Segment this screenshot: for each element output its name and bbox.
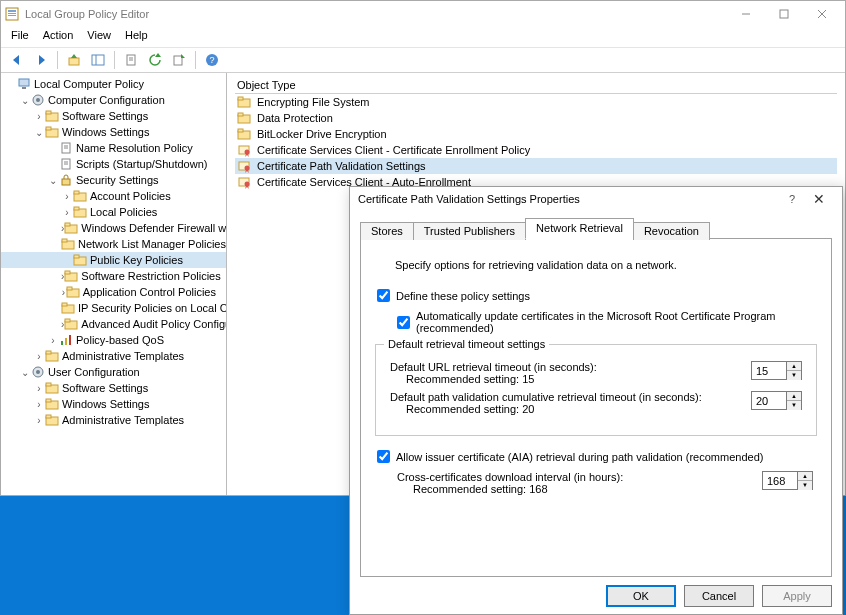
apply-button[interactable]: Apply: [762, 585, 832, 607]
tab-network-retrieval[interactable]: Network Retrieval: [525, 218, 634, 239]
list-item[interactable]: Data Protection: [235, 110, 837, 126]
svg-rect-1: [8, 10, 16, 12]
tree-item-icon: [64, 269, 78, 283]
tree-item-qos[interactable]: ›Policy-based QoS: [1, 332, 226, 348]
toolbar-exportlist[interactable]: [169, 50, 189, 70]
tree-item-compcfg[interactable]: ⌄Computer Configuration: [1, 92, 226, 108]
tree-item-root[interactable]: Local Computer Policy: [1, 76, 226, 92]
tree-item-label: Advanced Audit Policy Configuration: [81, 318, 227, 330]
svg-point-25: [36, 98, 40, 102]
twisty-icon[interactable]: ⌄: [19, 367, 31, 378]
list-item[interactable]: Certificate Path Validation Settings: [235, 158, 837, 174]
cross-cert-label: Cross-certificates download interval (in…: [397, 471, 762, 483]
tree-item-admintmpl_u[interactable]: ›Administrative Templates: [1, 412, 226, 428]
auto-update-checkbox[interactable]: [397, 316, 410, 329]
titlebar[interactable]: Local Group Policy Editor: [1, 1, 845, 27]
toolbar-properties[interactable]: [121, 50, 141, 70]
menu-help[interactable]: Help: [123, 27, 150, 47]
tree-item-acp[interactable]: ›Application Control Policies: [1, 284, 226, 300]
tree-item-swset_u[interactable]: ›Software Settings: [1, 380, 226, 396]
tree-item-aap[interactable]: ›Advanced Audit Policy Configuration: [1, 316, 226, 332]
tree-item-acctpol[interactable]: ›Account Policies: [1, 188, 226, 204]
twisty-icon[interactable]: ›: [33, 383, 45, 394]
toolbar-up[interactable]: [64, 50, 84, 70]
tree-item-swset_c[interactable]: ›Software Settings: [1, 108, 226, 124]
tree-item-icon: [45, 381, 59, 395]
twisty-icon[interactable]: ›: [33, 399, 45, 410]
cross-cert-spinner[interactable]: ▲▼: [762, 471, 813, 490]
minimize-button[interactable]: [727, 2, 765, 26]
tab-stores[interactable]: Stores: [360, 222, 414, 240]
twisty-icon[interactable]: ›: [47, 335, 59, 346]
url-timeout-up[interactable]: ▲: [787, 362, 801, 371]
url-timeout-spinner[interactable]: ▲▼: [751, 361, 802, 380]
dialog-close-button[interactable]: ✕: [804, 191, 834, 207]
svg-rect-59: [46, 351, 51, 354]
list-item-label: BitLocker Drive Encryption: [257, 128, 387, 140]
url-timeout-input[interactable]: [752, 365, 786, 377]
tree-item-fw[interactable]: ›Windows Defender Firewall with Advanced…: [1, 220, 226, 236]
twisty-icon[interactable]: ⌄: [47, 175, 59, 186]
toolbar-back[interactable]: [7, 50, 27, 70]
path-timeout-spinner[interactable]: ▲▼: [751, 391, 802, 410]
path-timeout-input[interactable]: [752, 395, 786, 407]
tree-item-nrp[interactable]: Name Resolution Policy: [1, 140, 226, 156]
twisty-icon[interactable]: ›: [33, 415, 45, 426]
tree-item-scripts[interactable]: Scripts (Startup/Shutdown): [1, 156, 226, 172]
cross-cert-input[interactable]: [763, 475, 797, 487]
list-item[interactable]: Certificate Services Client - Certificat…: [235, 142, 837, 158]
maximize-button[interactable]: [765, 2, 803, 26]
list-header[interactable]: Object Type: [235, 77, 837, 94]
ok-button[interactable]: OK: [606, 585, 676, 607]
tree-item-nlm[interactable]: Network List Manager Policies: [1, 236, 226, 252]
svg-marker-8: [13, 55, 19, 65]
cross-cert-up[interactable]: ▲: [798, 472, 812, 481]
dialog-titlebar[interactable]: Certificate Path Validation Settings Pro…: [350, 187, 842, 211]
svg-rect-38: [74, 191, 79, 194]
toolbar-help[interactable]: ?: [202, 50, 222, 70]
tree-view[interactable]: Local Computer Policy⌄Computer Configura…: [1, 73, 227, 495]
tree-item-label: Scripts (Startup/Shutdown): [76, 158, 207, 170]
menu-view[interactable]: View: [85, 27, 113, 47]
list-item-icon: [237, 95, 251, 109]
list-item[interactable]: BitLocker Drive Encryption: [235, 126, 837, 142]
tree-item-admintmpl_c[interactable]: ›Administrative Templates: [1, 348, 226, 364]
tree-item-icon: [59, 333, 73, 347]
tree-item-secset[interactable]: ⌄Security Settings: [1, 172, 226, 188]
tree-item-ipsec[interactable]: IP Security Policies on Local Computer: [1, 300, 226, 316]
path-timeout-recommended: Recommended setting: 20: [406, 403, 751, 415]
tree-item-label: Account Policies: [90, 190, 171, 202]
cancel-button[interactable]: Cancel: [684, 585, 754, 607]
list-item[interactable]: Encrypting File System: [235, 94, 837, 110]
close-button[interactable]: [803, 2, 841, 26]
svg-rect-54: [65, 319, 70, 322]
tree-item-srp[interactable]: ›Software Restriction Policies: [1, 268, 226, 284]
twisty-icon[interactable]: ›: [33, 111, 45, 122]
define-settings-checkbox[interactable]: [377, 289, 390, 302]
path-timeout-down[interactable]: ▼: [787, 401, 801, 410]
tree-item-icon: [64, 221, 78, 235]
tab-revocation[interactable]: Revocation: [633, 222, 710, 240]
toolbar-refresh[interactable]: [145, 50, 165, 70]
path-timeout-up[interactable]: ▲: [787, 392, 801, 401]
twisty-icon[interactable]: ›: [61, 207, 73, 218]
allow-aia-checkbox[interactable]: [377, 450, 390, 463]
tree-item-localpol[interactable]: ›Local Policies: [1, 204, 226, 220]
menu-action[interactable]: Action: [41, 27, 76, 47]
menu-file[interactable]: File: [9, 27, 31, 47]
tree-item-pkp[interactable]: Public Key Policies: [1, 252, 226, 268]
tree-item-usercfg[interactable]: ⌄User Configuration: [1, 364, 226, 380]
url-timeout-down[interactable]: ▼: [787, 371, 801, 380]
twisty-icon[interactable]: ⌄: [19, 95, 31, 106]
cross-cert-down[interactable]: ▼: [798, 481, 812, 490]
toolbar-showhide[interactable]: [88, 50, 108, 70]
twisty-icon[interactable]: ›: [61, 191, 73, 202]
help-button[interactable]: ?: [780, 193, 804, 205]
twisty-icon[interactable]: ›: [33, 351, 45, 362]
twisty-icon[interactable]: ⌄: [33, 127, 45, 138]
tree-item-winset_u[interactable]: ›Windows Settings: [1, 396, 226, 412]
tab-trusted-publishers[interactable]: Trusted Publishers: [413, 222, 526, 240]
tree-item-winset_c[interactable]: ⌄Windows Settings: [1, 124, 226, 140]
toolbar-forward[interactable]: [31, 50, 51, 70]
tree-item-label: User Configuration: [48, 366, 140, 378]
